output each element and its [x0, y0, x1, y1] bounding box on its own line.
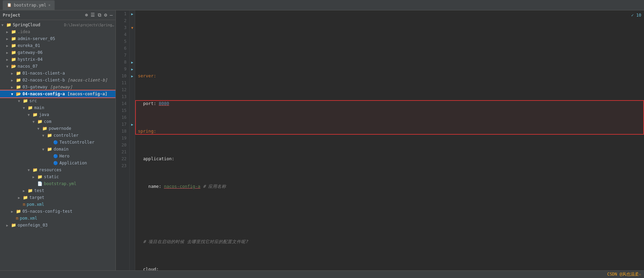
gutter-1: ▶ [130, 12, 135, 16]
pom1-label: pom.xml [27, 202, 115, 207]
sidebar-item-04[interactable]: ▼ 📂 04-nacos-config-a [nacos-config-a] [0, 90, 115, 97]
settings-icon[interactable]: ⚙ [104, 12, 107, 18]
03-folder-icon: 📁 [16, 85, 21, 89]
pom2-icon: m [16, 216, 18, 221]
application-label: Application [59, 161, 115, 165]
code-line-7: # 项目在启动的时候 去哪里找它对应的配置文件呢? [138, 238, 641, 245]
sidebar-item-domain[interactable]: ▼ 📁 domain [0, 146, 115, 153]
sidebar-item-pom2[interactable]: m pom.xml [0, 215, 115, 222]
sidebar-item-test[interactable]: ▶ 📁 test [0, 187, 115, 194]
file-tab-icon: 📋 [7, 3, 12, 7]
sidebar-item-powernode[interactable]: ▼ 📁 powernode [0, 125, 115, 132]
openfeign-folder-icon: 📁 [11, 223, 16, 228]
file-tab[interactable]: 📋 bootstrap.yml ✕ [3, 0, 55, 10]
domain-label: domain [54, 147, 115, 152]
openfeign-label: openfeign_03 [18, 223, 115, 228]
sidebar-item-testcontroller[interactable]: 🔵 TestController [0, 139, 115, 146]
target-label: target [29, 195, 115, 200]
sidebar-item-pom1[interactable]: m pom.xml [0, 201, 115, 208]
05-label: 05-nacos-config-test [22, 209, 115, 214]
sidebar-item-controller[interactable]: ▼ 📁 controller [0, 132, 115, 139]
main-folder-icon: 📁 [28, 105, 33, 110]
idea-label: .idea [18, 29, 115, 34]
root-folder-icon: 📁 [6, 22, 11, 27]
03-label: 03-gateway [gateway] [22, 85, 115, 89]
filter-icon[interactable]: ⧉ [98, 12, 101, 18]
eureka-folder-icon: 📁 [11, 43, 16, 48]
resources-folder-icon: 📁 [32, 167, 38, 172]
root-path: D:\Java\projects\SpringCloud [64, 23, 116, 27]
bootstrap-yml-label: bootstrap.yml [44, 181, 115, 186]
sidebar-title: Project [3, 13, 20, 18]
code-line-2: port: 8080 [138, 100, 641, 107]
sidebar-item-static[interactable]: ▶ 📁 static [0, 173, 115, 180]
hero-class-icon: 🔵 [53, 154, 58, 159]
idea-folder-icon: 📁 [11, 29, 16, 34]
sidebar-item-03[interactable]: ▶ 📁 03-gateway [gateway] [0, 84, 115, 90]
sidebar-item-eureka[interactable]: ▶ 📁 eureka_01 [0, 42, 115, 49]
sidebar-item-hero[interactable]: 🔵 Hero [0, 153, 115, 160]
sidebar-item-hystrix[interactable]: ▶ 📁 hystrix-04 [0, 56, 115, 63]
sidebar-item-gateway06[interactable]: ▶ 📁 gateway-06 [0, 49, 115, 56]
04-folder-icon: 📂 [16, 92, 21, 96]
gateway06-label: gateway-06 [18, 50, 115, 55]
sidebar-item-idea[interactable]: ▶ 📁 .idea [0, 28, 115, 35]
code-line-6 [138, 211, 641, 218]
controller-folder-icon: 📁 [47, 133, 52, 138]
root-label: SpringCloud [13, 22, 64, 27]
resources-label: resources [39, 167, 115, 172]
collapse-icon[interactable]: ☰ [91, 12, 95, 18]
sidebar-item-admin-server[interactable]: ▶ 📁 admin-server_05 [0, 35, 115, 42]
gateway06-folder-icon: 📁 [11, 50, 16, 55]
bottom-status-bar: CSDN @风也温柔☆ [0, 270, 644, 278]
code-line-4: application: [138, 155, 641, 162]
powernode-label: powernode [49, 126, 115, 131]
line-numbers: 1 2 3 4 5 6 7 8 9 10 11 12 13 14 15 16 1… [116, 10, 130, 270]
sidebar-item-main[interactable]: ▼ 📁 main [0, 104, 115, 111]
nacos07-label: nacos_07 [18, 64, 115, 69]
sidebar-item-01[interactable]: ▶ 📁 01-nacos-client-a [0, 70, 115, 77]
hero-label: Hero [59, 154, 115, 159]
tree-root[interactable]: ▼ 📁 SpringCloud D:\Java\projects\SpringC… [0, 21, 115, 28]
pom1-icon: m [23, 202, 25, 207]
01-folder-icon: 📁 [16, 71, 21, 76]
sidebar-header: Project ⊕ ☰ ⧉ ⚙ — [0, 10, 115, 20]
sidebar-item-bootstrap-yml[interactable]: 📄 bootstrap.yml [0, 180, 115, 187]
sidebar-item-java[interactable]: ▼ 📁 java [0, 111, 115, 118]
src-folder-icon: 📁 [23, 98, 28, 103]
sidebar-item-target[interactable]: ▶ 📁 target [0, 194, 115, 201]
test-folder-icon: 📁 [28, 188, 33, 193]
src-label: src [29, 98, 115, 103]
04-label: 04-nacos-config-a [nacos-config-a] [22, 92, 115, 96]
sidebar-item-application[interactable]: 🔵 Application [0, 160, 115, 166]
top-right-indicator: ✓ 10 [631, 12, 641, 19]
05-folder-icon: 📁 [16, 209, 21, 214]
com-label: com [44, 119, 115, 124]
sidebar-item-05[interactable]: ▶ 📁 05-nacos-config-test [0, 208, 115, 215]
admin-folder-icon: 📁 [11, 36, 16, 41]
powernode-folder-icon: 📁 [42, 126, 47, 131]
gutter: ▶ ▼ ▶ ▶ ▶ ▶ [130, 10, 135, 270]
gutter-9: ▶ [130, 67, 135, 71]
code-line-3: spring: [138, 128, 641, 135]
sidebar-item-nacos07[interactable]: ▼ 📂 nacos_07 [0, 63, 115, 70]
code-area[interactable]: ✓ 10 server: port: 8080 spring: appli [135, 10, 644, 270]
domain-folder-icon: 📁 [47, 147, 52, 152]
target-folder-icon: 📁 [23, 195, 28, 200]
sidebar-item-02[interactable]: ▶ 📁 02-nacos-client-b [nacos-client-b] [0, 77, 115, 84]
admin-label: admin-server_05 [18, 36, 115, 41]
static-label: static [44, 174, 115, 179]
java-label: java [39, 112, 115, 117]
sidebar-item-resources[interactable]: ▼ 📁 resources [0, 166, 115, 173]
sidebar-item-com[interactable]: ▼ 📁 com [0, 118, 115, 125]
eureka-label: eureka_01 [18, 43, 115, 48]
close-icon[interactable]: ✕ [48, 3, 50, 7]
sidebar-item-src[interactable]: ▼ 📁 src [0, 97, 115, 104]
hystrix-label: hystrix-04 [18, 57, 115, 62]
sidebar-item-openfeign[interactable]: ▶ 📁 openfeign_03 [0, 222, 115, 229]
file-tab-label: bootstrap.yml [14, 3, 46, 8]
sidebar-toolbar: ⊕ ☰ ⧉ ⚙ — [85, 12, 113, 18]
minimize-icon[interactable]: — [110, 12, 113, 18]
gutter-3: ▼ [130, 26, 135, 30]
add-icon[interactable]: ⊕ [85, 12, 88, 18]
